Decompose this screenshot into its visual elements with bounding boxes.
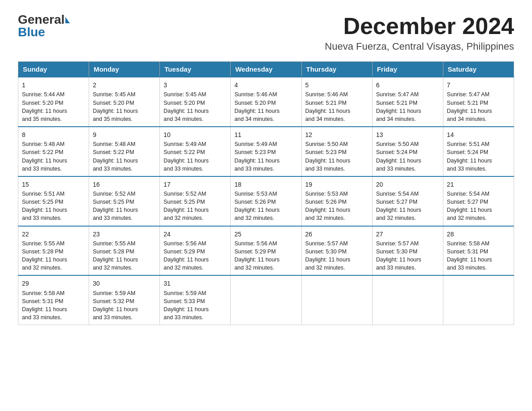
day-number: 21 [447,180,510,189]
title-block: December 2024 Nueva Fuerza, Central Visa… [325,13,514,52]
day-number: 16 [93,180,156,189]
calendar-cell: 4Sunrise: 5:46 AMSunset: 5:20 PMDaylight… [231,77,301,127]
day-info: Sunrise: 5:46 AMSunset: 5:20 PMDaylight:… [234,91,279,122]
day-number: 12 [305,130,369,139]
day-info: Sunrise: 5:55 AMSunset: 5:28 PMDaylight:… [93,240,138,271]
calendar-cell: 30Sunrise: 5:59 AMSunset: 5:32 PMDayligh… [89,275,160,325]
day-info: Sunrise: 5:49 AMSunset: 5:23 PMDaylight:… [234,141,279,171]
calendar-cell: 25Sunrise: 5:56 AMSunset: 5:29 PMDayligh… [231,226,301,276]
calendar-cell: 31Sunrise: 5:59 AMSunset: 5:33 PMDayligh… [160,275,231,325]
day-number: 4 [234,81,297,90]
day-info: Sunrise: 5:50 AMSunset: 5:23 PMDaylight:… [305,141,351,171]
calendar-cell: 20Sunrise: 5:54 AMSunset: 5:27 PMDayligh… [372,176,443,226]
day-info: Sunrise: 5:55 AMSunset: 5:28 PMDaylight:… [22,240,67,271]
day-number: 9 [93,130,156,139]
calendar-cell: 24Sunrise: 5:56 AMSunset: 5:29 PMDayligh… [160,226,231,276]
day-number: 17 [163,180,227,189]
calendar-cell: 5Sunrise: 5:46 AMSunset: 5:21 PMDaylight… [301,77,372,127]
day-number: 27 [376,230,439,239]
calendar-cell: 19Sunrise: 5:53 AMSunset: 5:26 PMDayligh… [301,176,372,226]
col-wednesday: Wednesday [231,62,301,77]
day-info: Sunrise: 5:53 AMSunset: 5:26 PMDaylight:… [234,191,279,221]
day-number: 15 [22,180,85,189]
calendar-cell: 12Sunrise: 5:50 AMSunset: 5:23 PMDayligh… [301,127,372,176]
logo: General Blue [18,13,70,39]
col-sunday: Sunday [18,62,89,77]
day-number: 24 [163,230,227,239]
day-number: 1 [22,81,85,90]
calendar-cell: 26Sunrise: 5:57 AMSunset: 5:30 PMDayligh… [301,226,372,276]
day-number: 13 [376,130,439,139]
day-info: Sunrise: 5:45 AMSunset: 5:20 PMDaylight:… [163,91,209,122]
day-info: Sunrise: 5:48 AMSunset: 5:22 PMDaylight:… [93,141,138,171]
day-number: 14 [447,130,510,139]
day-number: 6 [376,81,439,90]
day-number: 20 [376,180,439,189]
day-info: Sunrise: 5:57 AMSunset: 5:30 PMDaylight:… [305,240,351,271]
day-number: 30 [93,279,156,288]
day-number: 23 [93,230,156,239]
calendar-cell [301,275,372,325]
day-info: Sunrise: 5:54 AMSunset: 5:27 PMDaylight:… [447,191,492,221]
calendar-cell: 16Sunrise: 5:52 AMSunset: 5:25 PMDayligh… [89,176,160,226]
day-number: 28 [447,230,510,239]
day-info: Sunrise: 5:47 AMSunset: 5:21 PMDaylight:… [376,91,421,122]
calendar-cell: 13Sunrise: 5:50 AMSunset: 5:24 PMDayligh… [372,127,443,176]
day-info: Sunrise: 5:58 AMSunset: 5:31 PMDaylight:… [447,240,492,271]
calendar-cell: 14Sunrise: 5:51 AMSunset: 5:24 PMDayligh… [443,127,514,176]
day-info: Sunrise: 5:45 AMSunset: 5:20 PMDaylight:… [93,91,138,122]
day-info: Sunrise: 5:54 AMSunset: 5:27 PMDaylight:… [376,191,421,221]
day-number: 10 [163,130,227,139]
day-number: 11 [234,130,297,139]
calendar-header: Sunday Monday Tuesday Wednesday Thursday… [18,62,514,77]
calendar-cell [443,275,514,325]
day-number: 7 [447,81,510,90]
month-title: December 2024 [325,13,514,39]
logo-triangle-icon [65,17,70,23]
calendar-table: Sunday Monday Tuesday Wednesday Thursday… [18,61,514,325]
calendar-cell: 3Sunrise: 5:45 AMSunset: 5:20 PMDaylight… [160,77,231,127]
day-info: Sunrise: 5:53 AMSunset: 5:26 PMDaylight:… [305,191,351,221]
location-title: Nueva Fuerza, Central Visayas, Philippin… [325,41,514,52]
day-number: 31 [163,279,227,288]
day-info: Sunrise: 5:52 AMSunset: 5:25 PMDaylight:… [93,191,138,221]
day-info: Sunrise: 5:59 AMSunset: 5:33 PMDaylight:… [163,290,209,321]
day-info: Sunrise: 5:48 AMSunset: 5:22 PMDaylight:… [22,141,67,171]
calendar-cell: 18Sunrise: 5:53 AMSunset: 5:26 PMDayligh… [231,176,301,226]
day-info: Sunrise: 5:59 AMSunset: 5:32 PMDaylight:… [93,290,138,321]
calendar-cell: 22Sunrise: 5:55 AMSunset: 5:28 PMDayligh… [18,226,89,276]
day-number: 5 [305,81,369,90]
calendar-cell: 21Sunrise: 5:54 AMSunset: 5:27 PMDayligh… [443,176,514,226]
day-info: Sunrise: 5:57 AMSunset: 5:30 PMDaylight:… [376,240,421,271]
calendar-cell: 2Sunrise: 5:45 AMSunset: 5:20 PMDaylight… [89,77,160,127]
calendar-cell: 29Sunrise: 5:58 AMSunset: 5:31 PMDayligh… [18,275,89,325]
day-number: 2 [93,81,156,90]
col-thursday: Thursday [301,62,372,77]
day-number: 29 [22,279,85,288]
day-info: Sunrise: 5:51 AMSunset: 5:24 PMDaylight:… [447,141,492,171]
day-info: Sunrise: 5:58 AMSunset: 5:31 PMDaylight:… [22,290,67,321]
calendar-week-3: 15Sunrise: 5:51 AMSunset: 5:25 PMDayligh… [18,176,514,226]
calendar-cell: 27Sunrise: 5:57 AMSunset: 5:30 PMDayligh… [372,226,443,276]
calendar-week-2: 8Sunrise: 5:48 AMSunset: 5:22 PMDaylight… [18,127,514,176]
day-info: Sunrise: 5:49 AMSunset: 5:22 PMDaylight:… [163,141,209,171]
day-number: 8 [22,130,85,139]
calendar-cell: 7Sunrise: 5:47 AMSunset: 5:21 PMDaylight… [443,77,514,127]
day-info: Sunrise: 5:44 AMSunset: 5:20 PMDaylight:… [22,91,67,122]
col-friday: Friday [372,62,443,77]
calendar-week-5: 29Sunrise: 5:58 AMSunset: 5:31 PMDayligh… [18,275,514,325]
calendar-cell: 17Sunrise: 5:52 AMSunset: 5:25 PMDayligh… [160,176,231,226]
logo-general-text: General [18,13,64,26]
day-info: Sunrise: 5:52 AMSunset: 5:25 PMDaylight:… [163,191,209,221]
col-saturday: Saturday [443,62,514,77]
day-number: 19 [305,180,369,189]
header-row: Sunday Monday Tuesday Wednesday Thursday… [18,62,514,77]
day-info: Sunrise: 5:47 AMSunset: 5:21 PMDaylight:… [447,91,492,122]
day-number: 3 [163,81,227,90]
calendar-cell: 6Sunrise: 5:47 AMSunset: 5:21 PMDaylight… [372,77,443,127]
calendar-cell: 28Sunrise: 5:58 AMSunset: 5:31 PMDayligh… [443,226,514,276]
calendar-cell: 23Sunrise: 5:55 AMSunset: 5:28 PMDayligh… [89,226,160,276]
logo-blue-text: Blue [18,26,45,39]
col-monday: Monday [89,62,160,77]
page-header: General Blue December 2024 Nueva Fuerza,… [18,13,514,52]
